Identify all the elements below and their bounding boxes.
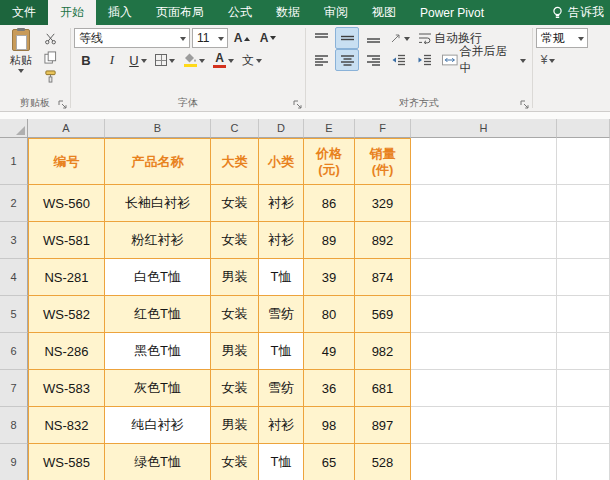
align-center-button[interactable] <box>335 49 359 71</box>
empty-cell[interactable] <box>411 259 557 296</box>
table-cell[interactable]: NS-281 <box>28 259 105 296</box>
table-cell[interactable]: 灰色T恤 <box>105 370 211 407</box>
table-cell[interactable]: 36 <box>304 370 355 407</box>
table-cell[interactable]: 雪纺 <box>259 370 304 407</box>
table-cell[interactable]: WS-581 <box>28 222 105 259</box>
empty-cell[interactable] <box>557 296 610 333</box>
table-cell[interactable]: 49 <box>304 333 355 370</box>
font-name-combo[interactable]: 等线 <box>74 28 190 48</box>
copy-button[interactable] <box>39 49 61 66</box>
table-cell[interactable]: 874 <box>355 259 411 296</box>
table-cell[interactable]: 86 <box>304 185 355 222</box>
align-bottom-button[interactable] <box>361 27 385 49</box>
clipboard-dialog-launcher[interactable] <box>57 99 68 110</box>
table-cell[interactable]: 雪纺 <box>259 296 304 333</box>
tab-data[interactable]: 数据 <box>264 0 312 25</box>
table-cell[interactable]: 女装 <box>211 185 259 222</box>
column-header-c[interactable]: C <box>211 119 259 138</box>
table-cell[interactable]: 892 <box>355 222 411 259</box>
table-cell[interactable]: 衬衫 <box>259 407 304 444</box>
decrease-font-size-button[interactable]: A <box>256 27 280 49</box>
table-cell[interactable]: 528 <box>355 444 411 480</box>
row-header-6[interactable]: 6 <box>0 333 28 370</box>
table-header-cell[interactable]: 产品名称 <box>105 138 211 185</box>
table-cell[interactable]: 黑色T恤 <box>105 333 211 370</box>
column-header-e[interactable]: E <box>304 119 355 138</box>
table-cell[interactable]: 绿色T恤 <box>105 444 211 480</box>
column-header-a[interactable]: A <box>28 119 105 138</box>
table-cell[interactable]: 男装 <box>211 407 259 444</box>
tab-page-layout[interactable]: 页面布局 <box>144 0 216 25</box>
table-cell[interactable]: 衬衫 <box>259 185 304 222</box>
tab-insert[interactable]: 插入 <box>96 0 144 25</box>
empty-cell[interactable] <box>411 296 557 333</box>
format-painter-button[interactable] <box>39 68 61 85</box>
empty-cell[interactable] <box>411 444 557 480</box>
table-cell[interactable]: 329 <box>355 185 411 222</box>
bold-button[interactable]: B <box>74 49 98 71</box>
table-cell[interactable]: 红色T恤 <box>105 296 211 333</box>
table-cell[interactable]: 569 <box>355 296 411 333</box>
table-cell[interactable]: 长袖白衬衫 <box>105 185 211 222</box>
table-cell[interactable]: 681 <box>355 370 411 407</box>
table-cell[interactable]: 女装 <box>211 222 259 259</box>
table-cell[interactable]: T恤 <box>259 444 304 480</box>
column-header-b[interactable]: B <box>105 119 211 138</box>
table-cell[interactable]: 39 <box>304 259 355 296</box>
empty-cell[interactable] <box>411 333 557 370</box>
column-header-partial[interactable] <box>557 119 610 138</box>
row-header-2[interactable]: 2 <box>0 185 28 222</box>
empty-cell[interactable] <box>411 370 557 407</box>
table-cell[interactable]: 80 <box>304 296 355 333</box>
table-cell[interactable]: 粉红衬衫 <box>105 222 211 259</box>
merge-center-button[interactable]: 合并后居中 <box>439 49 529 71</box>
empty-cell[interactable] <box>557 407 610 444</box>
column-header-f[interactable]: F <box>355 119 411 138</box>
align-top-button[interactable] <box>309 27 333 49</box>
tab-power-pivot[interactable]: Power Pivot <box>408 0 496 25</box>
empty-cell[interactable] <box>411 222 557 259</box>
table-cell[interactable]: NS-286 <box>28 333 105 370</box>
font-size-combo[interactable]: 11 <box>192 28 228 48</box>
table-cell[interactable]: 89 <box>304 222 355 259</box>
tab-review[interactable]: 审阅 <box>312 0 360 25</box>
table-header-cell[interactable]: 小类 <box>259 138 304 185</box>
phonetic-guide-button[interactable]: 文 <box>239 49 265 71</box>
column-header-d[interactable]: D <box>259 119 304 138</box>
increase-indent-button[interactable] <box>413 49 437 71</box>
number-format-combo[interactable]: 常规 <box>536 28 588 48</box>
align-left-button[interactable] <box>309 49 333 71</box>
cut-button[interactable] <box>39 30 61 47</box>
table-cell[interactable]: 女装 <box>211 444 259 480</box>
table-header-cell[interactable]: 大类 <box>211 138 259 185</box>
tab-formulas[interactable]: 公式 <box>216 0 264 25</box>
table-cell[interactable]: 65 <box>304 444 355 480</box>
empty-cell[interactable] <box>557 222 610 259</box>
row-header-3[interactable]: 3 <box>0 222 28 259</box>
tell-me-button[interactable]: 告诉我 <box>551 0 604 25</box>
table-cell[interactable]: NS-832 <box>28 407 105 444</box>
table-cell[interactable]: 白色T恤 <box>105 259 211 296</box>
font-color-button[interactable]: A <box>210 49 237 71</box>
font-dialog-launcher[interactable] <box>292 99 303 110</box>
empty-cell[interactable] <box>411 138 557 185</box>
row-header-5[interactable]: 5 <box>0 296 28 333</box>
align-middle-button[interactable] <box>335 27 359 49</box>
table-header-cell[interactable]: 编号 <box>28 138 105 185</box>
select-all-button[interactable] <box>0 119 28 138</box>
increase-font-size-button[interactable]: A <box>230 27 254 49</box>
table-cell[interactable]: 女装 <box>211 296 259 333</box>
table-cell[interactable]: T恤 <box>259 259 304 296</box>
table-cell[interactable]: 男装 <box>211 259 259 296</box>
table-cell[interactable]: T恤 <box>259 333 304 370</box>
table-cell[interactable]: 衬衫 <box>259 222 304 259</box>
table-cell[interactable]: WS-582 <box>28 296 105 333</box>
empty-cell[interactable] <box>557 259 610 296</box>
empty-cell[interactable] <box>557 444 610 480</box>
table-header-cell[interactable]: 价格(元) <box>304 138 355 185</box>
decrease-indent-button[interactable] <box>387 49 411 71</box>
empty-cell[interactable] <box>411 407 557 444</box>
empty-cell[interactable] <box>557 138 610 185</box>
empty-cell[interactable] <box>557 370 610 407</box>
alignment-dialog-launcher[interactable] <box>519 99 530 110</box>
